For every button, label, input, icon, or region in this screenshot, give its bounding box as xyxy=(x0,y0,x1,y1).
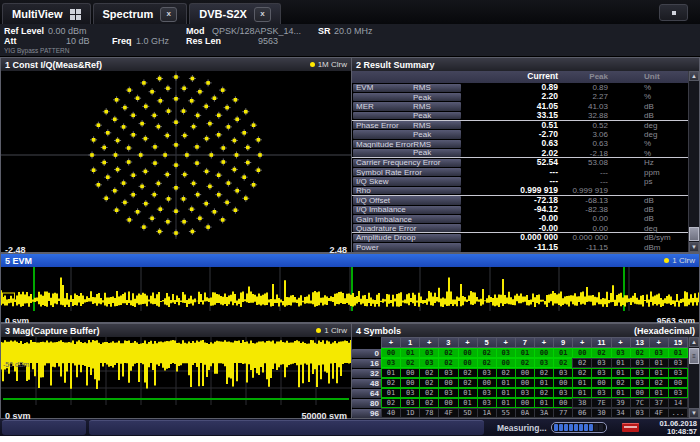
result-table-header: Current Peak Unit xyxy=(352,71,688,83)
symbol-cell: 02 xyxy=(496,368,516,378)
tab-spectrum[interactable]: Spectrum x xyxy=(93,3,188,24)
result-value: 32.88 xyxy=(558,111,608,119)
symbols-row: 4802000200020001000100010002030200 xyxy=(352,378,688,388)
symbol-cell: 34 xyxy=(611,408,631,418)
symbol-cell: 03 xyxy=(630,368,650,378)
symbol-cell: 40 xyxy=(381,408,401,418)
sr-label[interactable]: SR xyxy=(318,26,331,36)
symbol-cell: 02 xyxy=(381,398,401,408)
result-value: dB xyxy=(644,111,688,119)
symbol-cell: 03 xyxy=(496,348,516,358)
tab-multiview[interactable]: MultiView xyxy=(2,3,91,24)
symbols-table-header: +1+3+5+7+9+11+13+15 xyxy=(352,337,688,348)
time-label: 10:48:57 xyxy=(659,428,697,436)
close-icon[interactable]: x xyxy=(254,7,271,22)
mod-value[interactable]: QPSK/128APSK_14... xyxy=(212,26,301,36)
symbol-cell: 02 xyxy=(534,388,554,398)
trace-marker-icon xyxy=(310,62,315,67)
symbols-column-header: 3 xyxy=(438,337,458,348)
result-row: Carrier Frequency Error52.5453.08Hz xyxy=(352,158,688,167)
result-value xyxy=(644,186,688,194)
freq-value[interactable]: 1.0 GHz xyxy=(136,36,169,46)
symbols-column-header: + xyxy=(458,337,478,348)
symbols-row: 6401030203010301030203010301000103 xyxy=(352,388,688,398)
window-evm: 5 EVM 1 Clrw 0 sym 9563 sym xyxy=(0,253,700,323)
result-value: 3.06 xyxy=(558,130,608,139)
symbol-cell: 37 xyxy=(649,398,669,408)
window-title: 1 Const I/Q(Meas&Ref) xyxy=(5,60,102,70)
freq-label[interactable]: Freq xyxy=(112,36,132,46)
symbols-row-label: 48 xyxy=(352,379,382,388)
symbol-cell: 00 xyxy=(515,368,535,378)
result-value: % xyxy=(644,83,688,92)
result-value: deg xyxy=(644,224,688,232)
symbols-row: 000010302000203010001000203020301 xyxy=(352,348,688,358)
scrollbar-handle[interactable] xyxy=(689,227,699,241)
tab-label: MultiView xyxy=(12,8,63,20)
result-row: MERRMS41.0541.03dB xyxy=(352,102,688,111)
scroll-up-icon[interactable]: ▲ xyxy=(689,71,699,81)
window-title-bar[interactable]: 5 EVM 1 Clrw xyxy=(1,254,699,267)
result-value: dB/sym xyxy=(644,233,688,242)
analyzer-screen: MultiView Spectrum x DVB-S2X x Ref Level… xyxy=(0,0,700,436)
window-title-bar[interactable]: 1 Const I/Q(Meas&Ref) 1M Clrw xyxy=(1,58,351,71)
symbol-cell: 0A xyxy=(515,408,535,418)
window-title-bar[interactable]: 4 Symbols (Hexadecimal) xyxy=(352,324,699,337)
window-title-bar[interactable]: 2 Result Summary xyxy=(352,58,699,71)
result-value: 33.15 xyxy=(462,111,558,119)
symbols-column-header: + xyxy=(496,337,516,348)
res-len-value[interactable]: 9563 xyxy=(258,36,278,46)
symbol-cell: 38 xyxy=(572,398,592,408)
scroll-down-icon[interactable]: ▼ xyxy=(689,408,699,418)
progress-segment xyxy=(559,424,563,431)
symbol-cell: 06 xyxy=(572,408,592,418)
symbol-cell: 03 xyxy=(515,388,535,398)
close-icon[interactable]: x xyxy=(160,7,177,22)
result-value: --- xyxy=(558,168,608,177)
sr-value[interactable]: 20.0 MHz xyxy=(334,26,373,36)
symbol-cell: 01 xyxy=(649,358,669,368)
symbol-cell: 55 xyxy=(496,408,516,418)
tab-dvbs2x[interactable]: DVB-S2X x xyxy=(189,3,281,24)
att-label[interactable]: Att xyxy=(4,36,17,46)
result-scrollbar[interactable]: ▲ ▼ xyxy=(688,71,699,252)
ref-level-label[interactable]: Ref Level xyxy=(4,26,44,36)
symbols-column-header: 1 xyxy=(400,337,420,348)
symbol-cell: 00 xyxy=(400,378,420,388)
symbol-cell: 02 xyxy=(458,368,478,378)
symbol-cell: 03 xyxy=(419,348,439,358)
symbol-cell: 01 xyxy=(534,378,554,388)
scrollbar-handle[interactable]: ≡ xyxy=(689,348,699,364)
scroll-up-icon[interactable]: ▲ xyxy=(689,337,699,347)
result-value: -0.00 xyxy=(462,224,558,232)
display-menu-button[interactable] xyxy=(659,4,688,21)
symbol-cell: 03 xyxy=(553,388,573,398)
symbol-cell: 03 xyxy=(477,368,497,378)
symbol-cell: 01 xyxy=(381,368,401,378)
mag-plot: -50 dBm xyxy=(1,337,351,405)
symbols-scrollbar[interactable]: ▲ ≡ ▼ xyxy=(688,337,699,418)
result-value: 0.52 xyxy=(558,121,608,130)
symbol-cell: 00 xyxy=(458,358,478,368)
att-value[interactable]: 10 dB xyxy=(66,36,90,46)
progress-segment xyxy=(579,424,583,431)
trace-info: 1 Clrw xyxy=(664,256,695,265)
symbol-cell: 03 xyxy=(591,368,611,378)
symbol-cell: 01 xyxy=(381,388,401,398)
yig-bypass-label: YIG Bypass PATTERN xyxy=(4,47,70,54)
window-title-bar[interactable]: 3 Mag(Capture Buffer) 1 Clrw xyxy=(1,324,351,337)
symbols-row-label: 32 xyxy=(352,369,382,378)
scroll-down-icon[interactable]: ▼ xyxy=(689,242,699,252)
res-len-label[interactable]: Res Len xyxy=(186,36,221,46)
symbol-cell: 00 xyxy=(553,398,573,408)
symbol-cell: 03 xyxy=(400,398,420,408)
result-row: Amplitude Droop0.000 0000.000 000dB/sym xyxy=(352,233,688,242)
ref-level-value[interactable]: 0.00 dBm xyxy=(48,26,87,36)
result-row: Peak2.02-2.18% xyxy=(352,149,688,158)
symbol-cell: 02 xyxy=(572,358,592,368)
result-value: -82.38 xyxy=(558,205,608,214)
symbol-cell: 02 xyxy=(438,358,458,368)
symbol-cell: 02 xyxy=(515,358,535,368)
symbol-cell: 02 xyxy=(400,358,420,368)
mod-label[interactable]: Mod xyxy=(186,26,205,36)
